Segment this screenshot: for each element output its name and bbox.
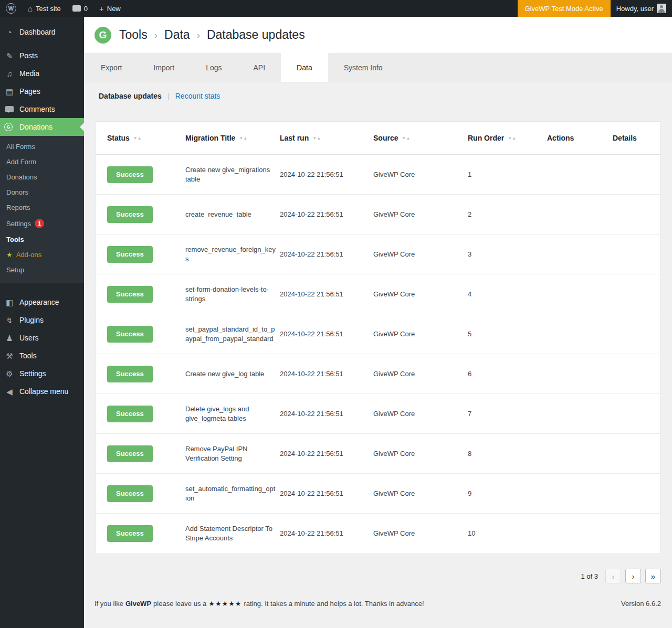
- next-page-button[interactable]: ›: [625, 569, 641, 583]
- source: GiveWP Core: [373, 210, 468, 219]
- source: GiveWP Core: [373, 449, 468, 459]
- run-order: 7: [468, 409, 547, 419]
- comments-admin-bar-link[interactable]: 0: [67, 0, 93, 17]
- donations-submenu: All Forms Add Form Donations Donors Repo…: [0, 136, 84, 283]
- sidebar-subitem-add-form[interactable]: Add Form: [0, 154, 84, 169]
- sidebar-subitem-reports[interactable]: Reports: [0, 200, 84, 215]
- sidebar-item-tools[interactable]: ⚒ Tools: [0, 347, 84, 365]
- breadcrumb-database-updates: Database updates: [207, 28, 305, 42]
- run-order: 5: [468, 329, 547, 339]
- givewp-test-mode-badge[interactable]: GiveWP Test Mode Active: [518, 0, 611, 17]
- status-badge: Success: [107, 286, 153, 303]
- comments-bubble-icon: [72, 5, 81, 12]
- sidebar-item-plugins[interactable]: ↯ Plugins: [0, 311, 84, 329]
- sidebar-subitem-settings[interactable]: Settings 1: [0, 215, 84, 232]
- sidebar-item-posts[interactable]: ✎ Posts: [0, 47, 84, 65]
- page-info: 1 of 3: [581, 572, 598, 580]
- comments-count: 0: [84, 5, 88, 13]
- new-label: New: [107, 5, 121, 13]
- new-content-menu[interactable]: + New: [93, 0, 127, 17]
- sort-icon: ▼▲: [402, 136, 410, 141]
- sidebar-subitem-donations[interactable]: Donations: [0, 169, 84, 185]
- sidebar-item-users[interactable]: ♟ Users: [0, 329, 84, 347]
- table-header: Status▼▲ Migration Title▼▲ Last run▼▲ So…: [96, 122, 660, 155]
- table-body: Success Create new give_migrations table…: [96, 155, 660, 554]
- table-row: Success set-form-donation-levels-to-stri…: [96, 274, 660, 314]
- sidebar-subitem-donors[interactable]: Donors: [0, 185, 84, 200]
- column-header-last-run[interactable]: Last run▼▲: [280, 134, 373, 142]
- breadcrumb-data[interactable]: Data: [164, 28, 190, 42]
- tab-export[interactable]: Export: [85, 53, 138, 82]
- sidebar-item-appearance[interactable]: ◧ Appearance: [0, 293, 84, 311]
- source: GiveWP Core: [373, 250, 468, 259]
- table-row: Success set_paypal_standard_id_to_paypal…: [96, 314, 660, 354]
- last-page-button[interactable]: »: [645, 569, 661, 583]
- appearance-icon: ◧: [4, 299, 15, 306]
- last-run: 2024-10-22 21:56:51: [280, 369, 373, 379]
- admin-footer: If you like GiveWP please leave us a ★★★…: [84, 583, 672, 608]
- account-menu[interactable]: Howdy, user: [611, 0, 672, 17]
- rating-stars-link[interactable]: ★★★★★: [208, 600, 242, 608]
- migration-title: set-form-donation-levels-to-strings: [185, 285, 280, 304]
- sidebar-item-settings[interactable]: ⚙ Settings: [0, 365, 84, 382]
- comments-icon: [4, 105, 15, 113]
- source: GiveWP Core: [373, 290, 468, 299]
- user-avatar: [657, 4, 666, 13]
- sidebar-subitem-all-forms[interactable]: All Forms: [0, 139, 84, 154]
- tab-api[interactable]: API: [238, 53, 281, 82]
- breadcrumb: Tools › Data › Database updates: [119, 28, 305, 42]
- main-content: G Tools › Data › Database updates Export…: [84, 0, 672, 628]
- tab-import[interactable]: Import: [138, 53, 190, 82]
- run-order: 6: [468, 369, 547, 379]
- tab-logs[interactable]: Logs: [190, 53, 237, 82]
- column-header-migration-title[interactable]: Migration Title▼▲: [185, 134, 280, 142]
- run-order: 8: [468, 449, 547, 459]
- collapse-menu-button[interactable]: ◀ Collapse menu: [0, 382, 84, 400]
- howdy-label: Howdy, user: [616, 5, 654, 13]
- sidebar-subitem-addons[interactable]: ★ Add-ons: [0, 247, 84, 262]
- wordpress-menu[interactable]: W: [0, 0, 22, 17]
- sidebar-item-donations[interactable]: G Donations: [0, 118, 84, 136]
- settings-icon: ⚙: [4, 370, 15, 378]
- sidebar-item-dashboard[interactable]: ◔ Dashboard: [0, 23, 84, 41]
- last-run: 2024-10-22 21:56:51: [280, 210, 373, 219]
- source: GiveWP Core: [373, 529, 468, 538]
- pages-icon: ▤: [4, 88, 15, 95]
- table-row: Success Create new give_log table 2024-1…: [96, 354, 660, 394]
- rating-request-text: If you like GiveWP please leave us a ★★★…: [94, 600, 424, 608]
- sidebar-subitem-setup[interactable]: Setup: [0, 262, 84, 278]
- migration-title: Remove PayPal IPN Verification Setting: [185, 444, 280, 463]
- site-name-link[interactable]: ⌂ Test site: [22, 0, 67, 17]
- givewp-page-header: G Tools › Data › Database updates: [84, 17, 672, 53]
- menu-separator: [0, 41, 84, 47]
- sidebar-item-media[interactable]: ♫ Media: [0, 65, 84, 82]
- run-order: 2: [468, 210, 547, 219]
- status-badge: Success: [107, 326, 153, 343]
- subnav-divider: |: [167, 91, 170, 100]
- version-label: Version 6.6.2: [621, 600, 661, 608]
- sort-icon: ▼▲: [508, 136, 516, 141]
- sidebar-item-comments[interactable]: Comments: [0, 100, 84, 118]
- recount-stats-link[interactable]: Recount stats: [175, 92, 220, 100]
- tab-data[interactable]: Data: [281, 53, 328, 82]
- status-badge: Success: [107, 485, 153, 502]
- last-run: 2024-10-22 21:56:51: [280, 489, 373, 498]
- column-header-status[interactable]: Status▼▲: [107, 134, 185, 142]
- sidebar-subitem-tools[interactable]: Tools: [0, 232, 84, 247]
- home-icon: ⌂: [28, 5, 33, 13]
- status-badge: Success: [107, 406, 153, 422]
- run-order: 9: [468, 489, 547, 498]
- column-header-run-order[interactable]: Run Order▼▲: [468, 134, 547, 142]
- givewp-logo-icon: G: [94, 27, 111, 44]
- source: GiveWP Core: [373, 329, 468, 339]
- collapse-arrow-icon: ◀: [4, 388, 15, 396]
- column-header-actions: Actions: [547, 134, 613, 142]
- previous-page-button[interactable]: ‹: [605, 569, 621, 583]
- table-row: Success set_automatic_formatting_option …: [96, 474, 660, 514]
- column-header-details: Details: [613, 134, 660, 142]
- sidebar-item-pages[interactable]: ▤ Pages: [0, 82, 84, 100]
- tab-system-info[interactable]: System Info: [328, 53, 398, 82]
- last-run: 2024-10-22 21:56:51: [280, 449, 373, 459]
- breadcrumb-tools[interactable]: Tools: [119, 28, 148, 42]
- column-header-source[interactable]: Source▼▲: [373, 134, 468, 142]
